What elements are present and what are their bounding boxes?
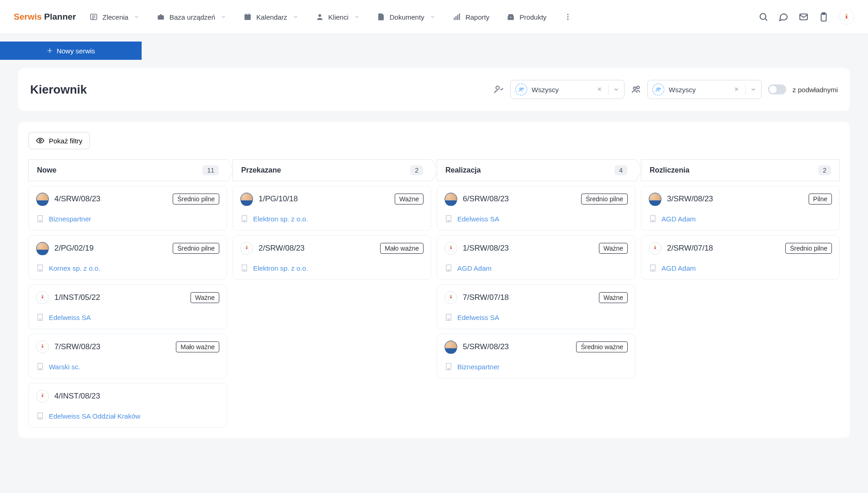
chevron-down-icon[interactable] [750, 86, 757, 93]
chevron-down-icon [293, 14, 298, 20]
filter-team-select[interactable]: Wszyscy × [647, 80, 762, 99]
board-panel: Pokaż filtry Nowe114/SRW/08/23Średnio pi… [18, 122, 850, 438]
filter-user-select[interactable]: Wszyscy × [510, 80, 625, 99]
assignee-avatar [445, 242, 457, 255]
nav-item-klienci[interactable]: Klienci [316, 13, 360, 21]
column-count-badge: 11 [202, 165, 219, 175]
svg-point-139 [654, 245, 656, 247]
order-card[interactable]: 2/SRW/07/18Średnio pilneAGD Adam [641, 235, 840, 280]
order-card[interactable]: 4/INST/08/23Edelweiss SA Oddział Kraków [28, 383, 227, 428]
clear-icon[interactable]: × [595, 85, 603, 94]
building-icon [445, 362, 453, 371]
svg-rect-5 [244, 15, 251, 16]
svg-rect-148 [652, 270, 654, 271]
order-card[interactable]: 1/SRW/08/23WażneAGD Adam [437, 235, 635, 280]
client-link[interactable]: Biznespartner [457, 363, 500, 371]
client-link[interactable]: Edelweiss SA [457, 215, 499, 223]
client-link[interactable]: Kornex sp. z o.o. [49, 264, 101, 272]
kanban-column: Rozliczenia23/SRW/08/23PilneAGD Adam 2/S… [641, 159, 840, 428]
nav-item-kalendarz[interactable]: Kalendarz [243, 13, 298, 21]
order-code: 4/SRW/08/23 [54, 194, 167, 204]
column-header[interactable]: Przekazane2 [233, 159, 431, 181]
team-icon [631, 84, 641, 94]
calendar-icon [243, 13, 252, 21]
order-card[interactable]: 4/SRW/08/23Średnio pilneBiznespartner [28, 186, 227, 231]
nav-item-baza[interactable]: Baza urządzeń [157, 13, 226, 21]
client-link[interactable]: AGD Adam [457, 264, 492, 272]
client-link[interactable]: Edelweiss SA [49, 314, 91, 321]
order-card[interactable]: 1/PG/10/18WażneElektron sp. z o.o. [233, 186, 431, 231]
nav-label: Kalendarz [256, 13, 287, 21]
order-code: 4/INST/08/23 [54, 392, 219, 401]
building-icon [445, 313, 453, 321]
search-icon[interactable] [758, 12, 768, 22]
client-link[interactable]: Edelweiss SA Oddział Kraków [49, 412, 140, 420]
new-service-button[interactable]: Nowy serwis [0, 42, 142, 60]
client-link[interactable]: AGD Adam [662, 215, 696, 223]
chevron-down-icon[interactable] [613, 86, 619, 93]
order-card[interactable]: 7/SRW/08/23Mało ważneWarski sc. [28, 334, 227, 378]
column-count-badge: 2 [818, 165, 831, 175]
column-cards: 1/PG/10/18WażneElektron sp. z o.o. 2/SRW… [233, 186, 431, 280]
logo[interactable]: Serwis Planner [14, 12, 76, 22]
chat-icon[interactable] [778, 12, 789, 22]
order-card[interactable]: 7/SRW/07/18WażneEdelweiss SA [437, 284, 635, 329]
user-avatar[interactable] [839, 9, 854, 25]
priority-badge: Średnio pilne [173, 243, 219, 254]
assignee-avatar [445, 193, 457, 205]
building-icon [649, 264, 657, 272]
svg-rect-66 [40, 368, 41, 370]
order-card[interactable]: 1/INST/05/22WażneEdelweiss SA [28, 284, 227, 329]
svg-rect-77 [242, 215, 247, 222]
svg-rect-38 [40, 220, 41, 222]
client-link[interactable]: AGD Adam [662, 264, 696, 272]
client-link[interactable]: Elektron sp. z o.o. [253, 215, 308, 223]
order-card[interactable]: 2/PG/02/19Średnio pilneKornex sp. z o.o. [28, 235, 227, 280]
user-icon [316, 13, 324, 21]
column-header[interactable]: Rozliczenia2 [641, 159, 840, 181]
svg-point-103 [450, 245, 452, 247]
svg-point-85 [246, 245, 248, 247]
priority-badge: Mało ważne [176, 341, 219, 352]
order-code: 1/SRW/08/23 [463, 244, 593, 253]
building-icon [36, 215, 44, 223]
svg-point-57 [42, 344, 44, 346]
order-card[interactable]: 3/SRW/08/23PilneAGD Adam [641, 186, 840, 231]
order-card[interactable]: 2/SRW/08/23Mało ważneElektron sp. z o.o. [233, 235, 431, 280]
svg-line-17 [765, 19, 767, 21]
column-header[interactable]: Nowe11 [28, 159, 227, 181]
svg-point-13 [567, 14, 569, 15]
nav-item-dokumenty[interactable]: Dokumenty [377, 13, 435, 21]
order-code: 1/INST/05/22 [54, 293, 185, 302]
column-title: Realizacja [445, 166, 481, 174]
svg-point-113 [450, 294, 452, 297]
clipboard-icon[interactable] [819, 12, 829, 22]
assignee-avatar [36, 291, 49, 304]
client-link[interactable]: Biznespartner [49, 215, 91, 223]
svg-rect-130 [448, 368, 450, 370]
order-card[interactable]: 6/SRW/08/23Średnio pilneEdelweiss SA [437, 186, 635, 231]
assignee-avatar [36, 193, 49, 205]
nav-item-zlecenia[interactable]: Zlecenia [90, 13, 139, 21]
svg-rect-138 [652, 220, 654, 222]
nav-label: Raporty [466, 13, 490, 21]
client-link[interactable]: Edelweiss SA [457, 314, 499, 321]
mail-icon[interactable] [799, 12, 809, 22]
subordinates-toggle[interactable] [768, 84, 786, 94]
order-code: 2/SRW/07/18 [667, 244, 780, 253]
nav-item-raporty[interactable]: Raporty [453, 13, 490, 21]
column-header[interactable]: Realizacja4 [437, 159, 635, 181]
nav-item-produkty[interactable]: Produkty [507, 13, 546, 21]
nav-item-more[interactable] [564, 13, 572, 21]
client-link[interactable]: Elektron sp. z o.o. [253, 264, 308, 272]
svg-point-47 [42, 294, 44, 297]
show-filters-button[interactable]: Pokaż filtry [28, 132, 90, 149]
dots-vertical-icon [564, 13, 572, 21]
clear-icon[interactable]: × [732, 85, 740, 94]
new-service-label: Nowy serwis [57, 47, 95, 55]
svg-rect-9 [454, 18, 455, 20]
order-card[interactable]: 5/SRW/08/23Średnio ważneBiznespartner [437, 334, 635, 378]
nav-label: Produkty [519, 13, 546, 21]
building-icon [36, 313, 44, 321]
client-link[interactable]: Warski sc. [49, 363, 80, 371]
